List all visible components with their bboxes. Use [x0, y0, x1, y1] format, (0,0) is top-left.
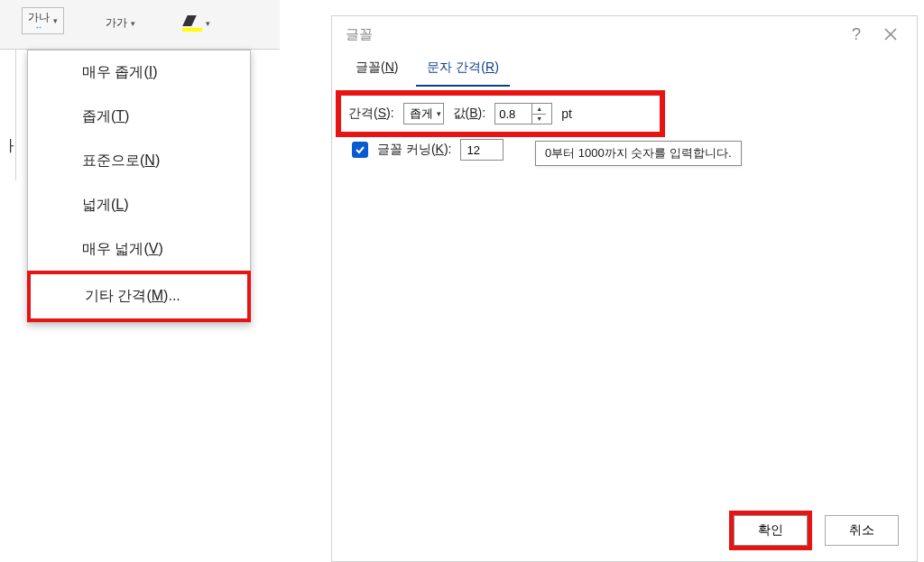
value-input[interactable] [495, 104, 531, 124]
menu-item-wide[interactable]: 넓게(L) [28, 183, 250, 227]
menu-item-very-wide[interactable]: 매우 넓게(V) [28, 227, 250, 272]
kerning-label: 글꼴 커닝(K): [377, 142, 451, 158]
spacing-select[interactable]: 좁게 ▾ [403, 103, 444, 124]
close-icon [884, 28, 897, 41]
menu-item-normal[interactable]: 표준으로(N) [28, 139, 250, 183]
dialog-body: 간격(S): 좁게 ▾ 값(B): ▲ ▼ pt [332, 87, 917, 507]
partial-panel-border [0, 50, 16, 180]
font-button[interactable]: 가가 ▾ [99, 13, 142, 33]
pt-label: pt [561, 106, 572, 121]
ok-button-highlight: 확인 [729, 511, 812, 550]
tab-font[interactable]: 글꼴(N) [345, 52, 409, 87]
validation-tooltip: 0부터 1000까지 숫자를 입력합니다. [535, 141, 742, 166]
kerning-row: 글꼴 커닝(K): [352, 139, 504, 161]
dialog-tabs: 글꼴(N) 문자 간격(R) [332, 52, 917, 87]
highlighter-icon [182, 15, 202, 32]
tab-char-spacing[interactable]: 문자 간격(R) [416, 52, 509, 87]
ok-button[interactable]: 확인 [734, 515, 808, 546]
cancel-button[interactable]: 취소 [825, 515, 899, 546]
kerning-value-input[interactable] [460, 139, 504, 161]
spinner-down-icon[interactable]: ▼ [532, 115, 546, 124]
chevron-down-icon: ▾ [437, 109, 441, 118]
close-button[interactable] [873, 21, 908, 48]
font-sample: 가가 [106, 15, 127, 31]
arrows-icon: ↔ [35, 23, 43, 32]
char-spacing-dropdown-button[interactable]: 가나 ↔ ▾ [22, 7, 64, 34]
value-label: 값(B): [453, 106, 486, 122]
menu-item-narrow[interactable]: 좁게(T) [28, 95, 250, 139]
help-button[interactable]: ? [839, 21, 873, 48]
menu-item-very-narrow[interactable]: 매우 좁게(I) [28, 51, 250, 95]
spacing-label: 간격(S): [348, 106, 394, 122]
font-dialog: 글꼴 ? 글꼴(N) 문자 간격(R) 간격(S): 좁게 ▾ 값(B): [331, 15, 918, 562]
chevron-down-icon: ▾ [131, 19, 135, 28]
menu-item-more-spacing[interactable]: 기타 간격(M)... [27, 271, 251, 322]
highlighter-button[interactable]: ▾ [176, 13, 217, 34]
chevron-down-icon: ▾ [53, 16, 58, 25]
ribbon-toolbar: 가나 ↔ ▾ 가가 ▾ ▾ [0, 0, 280, 50]
dialog-titlebar: 글꼴 ? [332, 16, 917, 52]
char-spacing-menu: 매우 좁게(I) 좁게(T) 표준으로(N) 넓게(L) 매우 넓게(V) 기타… [27, 50, 251, 323]
chevron-down-icon: ▾ [206, 19, 210, 28]
spacing-select-value: 좁게 [410, 106, 433, 122]
kerning-checkbox[interactable] [352, 142, 368, 158]
spinner-up-icon[interactable]: ▲ [532, 104, 546, 115]
spacing-row-highlight: 간격(S): 좁게 ▾ 값(B): ▲ ▼ pt [336, 90, 665, 137]
dialog-footer: 확인 취소 [332, 507, 917, 561]
check-icon [355, 144, 365, 155]
partial-text-left: ㅏ [3, 135, 19, 157]
dialog-title: 글꼴 [346, 26, 373, 43]
value-spinner[interactable]: ▲ ▼ [494, 103, 552, 124]
